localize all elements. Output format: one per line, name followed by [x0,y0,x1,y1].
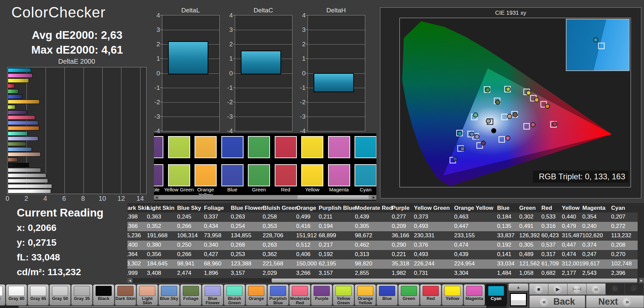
patch-strip-scrollbar[interactable] [0,306,506,308]
deltae-bar-cyan [8,68,31,72]
measured-swatch-green [248,164,270,186]
table-cell: 0,499 [296,212,318,222]
table-cell: 0,305 [354,222,391,231]
patch-button-foliage[interactable]: Foliage [180,284,202,306]
table-cell: 228,706 [262,231,296,241]
patch-button-label: Red [420,296,441,301]
current-reading-title: Current Reading [17,206,104,219]
column-header: Orange [296,204,318,212]
measured-point-red [552,122,557,127]
patch-button-moderate-red[interactable]: Moderate Red [289,284,311,306]
table-cell: 0,474 [453,241,496,250]
deltaH-ytick: -3 [294,113,306,120]
table-cell: 0,462 [354,241,391,250]
gridline [162,102,219,103]
deltaL-ytick: -1 [149,84,160,91]
table-cell: 0,211 [318,212,354,222]
back-button[interactable]: «Back [529,295,585,308]
patch-button-blue[interactable]: Blue [376,284,398,306]
table-cell: 2,474 [176,269,203,278]
patch-color-chip [226,286,243,296]
tick-mark [233,116,235,117]
table-cell: 134,855 [230,231,262,241]
table-cell: 0,373 [413,212,453,222]
deltaC-ytick: 4 [221,12,233,19]
measured-swatch-orange-yellow [195,164,217,186]
table-cell: 123,388 [230,259,262,269]
patch-button-magenta[interactable]: Magenta [464,284,485,306]
patch-button-label: Green [398,296,419,301]
deltae-bar-gray-50 [8,173,46,178]
patch-button-black[interactable]: Black [93,284,114,306]
swatch-grid-scrollbar[interactable]: ◀▶ [154,195,376,200]
patch-color-chip [8,286,24,296]
rgb-triplet-readout: RGB Triplet: 0, 133, 163 [533,171,629,183]
stop-button[interactable]: ■ [529,284,548,295]
gridline [308,44,365,45]
column-header: Dark Skin [127,204,146,212]
table-cell: 3,157 [318,269,354,278]
loop-button[interactable]: ∞ [587,284,606,295]
patch-button-blue-flower[interactable]: Blue Flower [202,284,223,306]
deltae-bar-moderate-red [8,115,35,120]
patch-color-chip [357,286,373,296]
table-scrollbar[interactable]: ◀▶ [127,278,644,283]
cie-zoom-inset [566,19,630,71]
scroll-right-icon[interactable]: ▶ [371,195,376,200]
patch-button-orange[interactable]: Orange [246,284,267,306]
deltae-bar-blue-sky [8,147,32,151]
patch-button-gray-65[interactable]: Gray 65 [28,284,49,306]
deltaC-ytick: 2 [221,41,233,48]
table-cell: 184,645 [146,259,176,269]
deltae-bar-green [8,89,18,94]
table-scroll-right-icon[interactable]: ▶ [639,278,644,283]
column-header: Light Skin [146,204,176,212]
gridline [308,102,365,103]
tick-mark [160,87,162,88]
table-scroll-thumb[interactable] [272,279,637,283]
table-cell: 33,837 [496,231,519,241]
gridline [235,30,292,30]
deltae-xtick: 12 [117,195,124,202]
patch-strip-scroll-thumb[interactable] [18,306,486,308]
scroll-thumb[interactable] [298,195,369,199]
deltae-bar-gray-80 [8,184,52,188]
confirm-button[interactable]: ✓ [625,284,644,295]
patch-list-up-button[interactable]: ▲ [508,284,528,291]
patch-button-orange-yellow[interactable]: Orange Yellow [355,284,376,306]
patch-button-bluish-green[interactable]: Bluish Green [224,284,245,306]
patch-button-red[interactable]: Red [420,284,441,306]
patch-color-chip [161,286,177,296]
current-patch-preview [509,292,528,307]
patch-button-purple[interactable]: Purple [311,284,332,306]
refresh-button[interactable]: ↻ [606,284,625,295]
table-row: 0,3660,3520,2660,4340,2540,3530,4160,194… [127,222,638,231]
patch-button-gray-50[interactable]: Gray 50 [49,284,71,306]
patch-button-yellow-green[interactable]: Yellow Green [333,284,354,306]
patch-button-white[interactable]: White [0,284,5,306]
measured-swatch-magenta [328,164,350,186]
patch-button-light-skin[interactable]: Light Skin [137,284,158,306]
step-button[interactable]: ⊢⊣ [568,284,587,295]
swatch-label: Yellow Green [164,187,195,192]
gridline [308,117,365,117]
scroll-left-icon[interactable]: ◀ [154,195,159,200]
table-cell: 0,353 [262,222,296,231]
table-scroll-left-icon[interactable]: ◀ [127,278,132,283]
patch-button-yellow[interactable]: Yellow [442,284,463,306]
patch-button-gray-80[interactable]: Gray 80 [6,284,27,306]
table-cell: 0,184 [496,212,519,222]
patch-button-green[interactable]: Green [398,284,420,306]
patch-button-gray-35[interactable]: Gray 35 [71,284,93,306]
table-cell: 0,474 [561,250,582,259]
reference-swatch-green [248,136,270,158]
patch-button-cyan[interactable]: Cyan [485,284,507,306]
play-button[interactable]: ▶ [548,284,568,295]
table-cell: 98,941 [176,259,203,269]
table-cell: 121,562 [519,259,541,269]
next-button[interactable]: Next» [586,295,644,308]
table-cell: 0,362 [262,250,296,259]
patch-button-purplish-blue[interactable]: Purplish Blue [267,284,289,306]
patch-button-blue-sky[interactable]: Blue Sky [158,284,180,306]
patch-button-dark-skin[interactable]: Dark Skin [115,284,136,306]
